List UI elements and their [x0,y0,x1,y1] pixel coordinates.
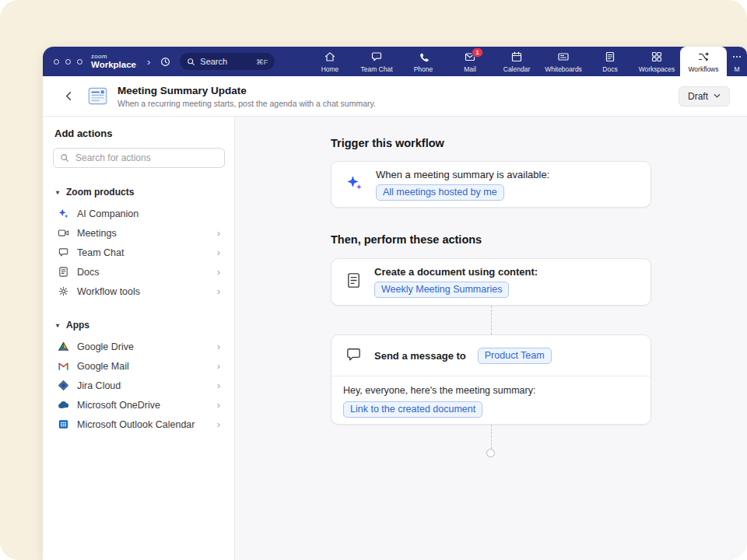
nav-item-more[interactable]: M [727,47,747,76]
search-icon [187,58,195,66]
whiteboard-icon [557,51,570,63]
sidebar-item-google-drive[interactable]: Google Drive › [53,337,225,356]
triangle-down-icon: ▾ [56,322,59,329]
chevron-right-icon: › [217,228,220,238]
section-items: Google Drive › Google Mail › [53,337,225,434]
section-apps: ▾ Apps Google Drive › [53,320,225,434]
history-icon[interactable] [160,56,171,68]
nav-item-calendar[interactable]: Calendar [493,47,540,76]
screen: zoom Workplace › Search ⌘F [0,0,747,560]
workflow-titles: Meeting Summary Update When a recurring … [117,85,376,108]
section-zoom-products: ▾ Zoom products AI Companion Meetin [53,187,225,301]
send-message-card[interactable]: Send a message to Product Team Hey, ever… [331,334,651,425]
sidebar-item-ai-companion[interactable]: AI Companion [53,204,225,223]
message-bubble-icon [345,345,363,366]
workflow-thumbnail-icon [87,86,108,107]
chevron-right-icon: › [217,400,220,410]
sidebar-item-workflow-tools[interactable]: Workflow tools › [53,282,225,301]
nav-item-whiteboards[interactable]: Whiteboards [540,47,587,76]
chevron-right-icon: › [217,267,220,277]
back-button[interactable] [63,90,75,102]
sidebar-item-jira-cloud[interactable]: Jira Cloud › [53,376,225,395]
onedrive-icon [57,399,69,411]
create-document-card[interactable]: Create a document using content: Weekly … [331,258,651,306]
message-body-text: Hey, everyone, here's the meeting summar… [343,385,638,396]
docs-icon [604,51,616,63]
create-doc-text: Create a document using content: [374,266,538,278]
actions-search[interactable] [53,148,225,168]
home-icon [324,51,336,63]
nav-item-mail[interactable]: 1 Mail [447,47,493,76]
section-header-zoom-products[interactable]: ▾ Zoom products [53,187,225,198]
ai-sparkle-icon [57,208,69,219]
actions-heading: Then, perform these actions [331,233,482,246]
trigger-card[interactable]: When a meeting summary is available: All… [331,161,651,208]
document-icon [345,271,363,292]
gear-icon [57,285,69,297]
calendar-icon [510,51,523,63]
chat-icon [57,247,69,258]
sidebar-item-meetings[interactable]: Meetings › [53,223,225,243]
sidebar-item-google-mail[interactable]: Google Mail › [53,356,225,376]
trigger-scope-pill[interactable]: All meetings hosted by me [376,184,504,201]
status-label: Draft [688,91,708,102]
google-drive-icon [57,341,69,352]
window-dot[interactable] [54,59,59,65]
ai-sparkle-icon [345,173,364,196]
sidebar-item-microsoft-onedrive[interactable]: Microsoft OneDrive › [53,395,225,415]
outlook-calendar-icon [57,418,69,430]
workflow-body: Add actions ▾ Zoom products AI Com [43,117,747,560]
actions-sidebar: Add actions ▾ Zoom products AI Com [43,117,235,560]
more-icon [731,51,743,63]
workflow-end-node[interactable] [486,449,495,457]
nav-item-docs[interactable]: Docs [587,47,633,76]
workflows-icon [697,51,710,63]
workflow-title: Meeting Summary Update [117,85,376,96]
chevron-right-icon[interactable]: › [147,56,150,68]
jira-icon [57,380,69,391]
trigger-text: When a meeting summary is available: [376,169,549,180]
workflow-connector [491,306,492,334]
sidebar-item-team-chat[interactable]: Team Chat › [53,243,225,262]
status-dropdown[interactable]: Draft [679,86,730,107]
send-message-target-pill[interactable]: Product Team [478,348,552,364]
sidebar-item-docs[interactable]: Docs › [53,262,225,282]
workflow-subtitle: When a recurring meeting starts, post th… [117,99,376,108]
zoom-workplace-logo: zoom Workplace [91,54,136,70]
gmail-icon [57,360,69,372]
window-dot[interactable] [77,59,82,65]
create-doc-content-pill[interactable]: Weekly Meeting Summaries [374,282,509,298]
nav-item-workflows[interactable]: Workflows [680,47,727,76]
sidebar-item-microsoft-outlook-calendar[interactable]: Microsoft Outlook Calendar › [53,415,225,434]
global-search[interactable]: Search ⌘F [180,53,275,70]
section-header-apps[interactable]: ▾ Apps [53,320,225,331]
chevron-right-icon: › [217,341,220,352]
video-camera-icon [57,227,69,239]
mail-badge: 1 [472,47,483,58]
chevron-right-icon: › [217,380,220,390]
triangle-down-icon: ▾ [56,189,59,196]
app-window: zoom Workplace › Search ⌘F [43,47,747,560]
chevron-down-icon [714,93,721,99]
nav-item-team-chat[interactable]: Team Chat [353,47,400,76]
search-shortcut: ⌘F [256,58,268,66]
actions-search-input[interactable] [74,152,218,164]
chat-icon [370,51,383,63]
send-message-text: Send a message to [374,350,466,362]
sidebar-title: Add actions [54,128,225,139]
workflow-header: Meeting Summary Update When a recurring … [43,76,747,117]
document-icon [57,266,69,278]
message-body-link-pill[interactable]: Link to the created document [343,401,482,418]
brand-workplace: Workplace [91,61,136,70]
search-label: Search [200,57,227,66]
section-items: AI Companion Meetings › Team Chat [53,204,225,301]
window-dot[interactable] [65,59,71,65]
nav-item-workspaces[interactable]: Workspaces [633,47,680,76]
workflow-connector [491,425,492,449]
search-icon [60,153,69,163]
nav-items: Home Team Chat Phone 1 Mail [307,47,747,76]
chevron-right-icon: › [217,286,220,296]
nav-item-home[interactable]: Home [307,47,353,76]
window-controls [54,59,82,65]
nav-item-phone[interactable]: Phone [400,47,447,76]
